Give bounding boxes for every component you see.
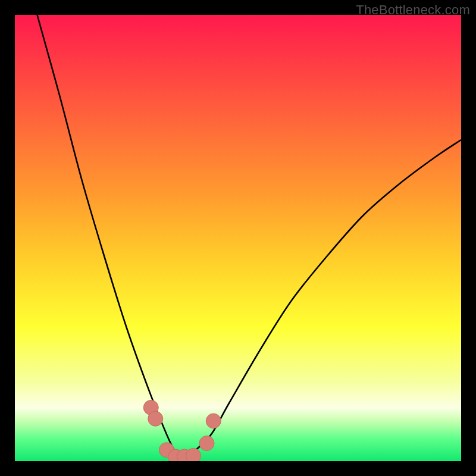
data-marker: [206, 414, 221, 428]
data-marker: [199, 436, 214, 451]
marker-group: [143, 400, 221, 462]
curve-layer: [15, 15, 461, 461]
chart-frame: TheBottleneck.com: [0, 0, 476, 476]
bottleneck-curve: [37, 15, 462, 461]
watermark-text: TheBottleneck.com: [356, 2, 470, 18]
plot-area: [15, 15, 461, 461]
data-marker: [148, 411, 163, 426]
data-marker: [186, 449, 201, 462]
